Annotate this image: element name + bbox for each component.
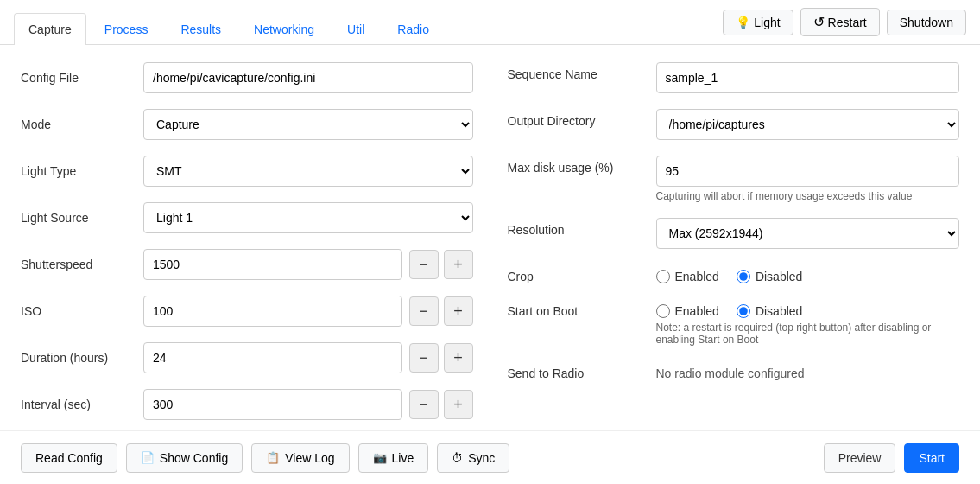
iso-stepper: − + <box>143 296 473 327</box>
output-directory-select[interactable]: /home/pi/captures /home/pi/images <box>656 109 960 140</box>
duration-input[interactable] <box>143 342 402 373</box>
shutterspeed-buttons: − + <box>409 250 473 279</box>
crop-radio-group: Enabled Disabled <box>656 264 960 283</box>
live-label: Live <box>392 451 414 465</box>
shutterspeed-input[interactable] <box>143 249 402 280</box>
config-file-row: Config File <box>21 62 473 93</box>
light-icon: 💡 <box>736 16 750 29</box>
preview-button[interactable]: Preview <box>824 443 896 473</box>
header: Capture Process Results Networking Util … <box>0 0 980 45</box>
light-label: Light <box>754 16 780 29</box>
sync-button[interactable]: ⏱ Sync <box>437 443 509 473</box>
sync-label: Sync <box>468 451 495 465</box>
start-on-boot-enabled-option[interactable]: Enabled <box>656 304 719 318</box>
sequence-name-content <box>656 62 960 93</box>
duration-stepper: − + <box>143 342 473 373</box>
crop-content: Enabled Disabled <box>656 264 960 283</box>
restart-button[interactable]: ↺ Restart <box>800 8 880 36</box>
start-on-boot-enabled-radio[interactable] <box>656 304 670 318</box>
duration-decrement[interactable]: − <box>409 343 439 373</box>
live-button[interactable]: 📷 Live <box>358 443 429 473</box>
start-on-boot-disabled-label: Disabled <box>756 304 802 318</box>
log-icon: 📋 <box>266 451 280 464</box>
mode-select[interactable]: Capture Timelapse Manual <box>143 109 473 140</box>
light-type-row: Light Type SMT LED None <box>21 156 473 187</box>
mode-label: Mode <box>21 118 133 131</box>
max-disk-label: Max disk usage (%) <box>508 156 646 175</box>
camera-icon: 📷 <box>373 451 387 464</box>
sync-icon: ⏱ <box>452 451 463 464</box>
tab-radio[interactable]: Radio <box>383 13 444 45</box>
interval-increment[interactable]: + <box>444 390 473 419</box>
iso-row: ISO − + <box>21 296 473 327</box>
crop-label: Crop <box>508 264 646 283</box>
right-panel: Sequence Name Output Directory /home/pi/… <box>508 62 960 413</box>
start-on-boot-disabled-option[interactable]: Disabled <box>737 304 802 318</box>
file-icon: 📄 <box>141 451 155 464</box>
footer-left-actions: Read Config 📄 Show Config 📋 View Log 📷 L… <box>21 443 509 473</box>
start-on-boot-enabled-label: Enabled <box>675 304 719 318</box>
light-source-select[interactable]: Light 1 Light 2 None <box>143 202 473 233</box>
shutdown-button[interactable]: Shutdown <box>887 10 966 35</box>
duration-increment[interactable]: + <box>444 343 473 373</box>
sequence-name-label: Sequence Name <box>508 62 646 81</box>
start-on-boot-radio-group: Enabled Disabled <box>656 299 960 318</box>
start-button[interactable]: Start <box>904 443 959 473</box>
tab-bar: Capture Process Results Networking Util … <box>14 0 444 44</box>
interval-decrement[interactable]: − <box>409 390 439 419</box>
interval-stepper: − + <box>143 389 473 420</box>
interval-buttons: − + <box>409 390 473 419</box>
crop-row: Crop Enabled Disabled <box>508 264 960 283</box>
shutterspeed-increment[interactable]: + <box>444 250 473 279</box>
sequence-name-row: Sequence Name <box>508 62 960 93</box>
light-type-label: Light Type <box>21 164 133 178</box>
send-to-radio-label: Send to Radio <box>508 361 646 380</box>
start-on-boot-note: Note: a restart is required (top right b… <box>656 322 960 346</box>
tab-results[interactable]: Results <box>166 13 236 45</box>
view-log-button[interactable]: 📋 View Log <box>251 443 349 473</box>
interval-input[interactable] <box>143 389 402 420</box>
light-type-select[interactable]: SMT LED None <box>143 156 473 187</box>
tab-util[interactable]: Util <box>332 13 379 45</box>
show-config-button[interactable]: 📄 Show Config <box>126 443 243 473</box>
interval-row: Interval (sec) − + <box>21 389 473 420</box>
shutterspeed-stepper: − + <box>143 249 473 280</box>
light-source-row: Light Source Light 1 Light 2 None <box>21 202 473 233</box>
max-disk-input[interactable] <box>656 156 960 187</box>
header-actions: 💡 Light ↺ Restart Shutdown <box>723 8 966 36</box>
config-file-label: Config File <box>21 71 133 85</box>
iso-increment[interactable]: + <box>444 296 473 326</box>
read-config-button[interactable]: Read Config <box>21 443 117 473</box>
shutterspeed-decrement[interactable]: − <box>409 250 439 279</box>
crop-enabled-option[interactable]: Enabled <box>656 270 719 283</box>
iso-decrement[interactable]: − <box>409 296 439 326</box>
show-config-label: Show Config <box>160 451 228 465</box>
light-button[interactable]: 💡 Light <box>723 10 793 35</box>
tab-capture[interactable]: Capture <box>14 13 86 45</box>
shutdown-label: Shutdown <box>900 16 953 29</box>
iso-input[interactable] <box>143 296 402 327</box>
main-content: Config File Mode Capture Timelapse Manua… <box>0 45 980 430</box>
start-on-boot-disabled-radio[interactable] <box>737 304 750 318</box>
crop-disabled-option[interactable]: Disabled <box>737 270 802 283</box>
tab-networking[interactable]: Networking <box>239 13 329 45</box>
max-disk-hint: Capturing will abort if memory usage exc… <box>656 190 960 202</box>
resolution-label: Resolution <box>508 218 646 237</box>
crop-enabled-label: Enabled <box>675 270 719 283</box>
mode-row: Mode Capture Timelapse Manual <box>21 109 473 140</box>
duration-row: Duration (hours) − + <box>21 342 473 373</box>
crop-enabled-radio[interactable] <box>656 270 670 283</box>
restart-icon: ↺ <box>813 14 825 30</box>
iso-label: ISO <box>21 304 133 318</box>
tab-process[interactable]: Process <box>90 13 163 45</box>
config-file-input[interactable] <box>143 62 473 93</box>
start-on-boot-row: Start on Boot Enabled Disabled Note: a r… <box>508 299 960 346</box>
max-disk-content: Capturing will abort if memory usage exc… <box>656 156 960 202</box>
resolution-select[interactable]: Max (2592x1944) 1920x1080 1280x720 <box>656 218 960 249</box>
resolution-row: Resolution Max (2592x1944) 1920x1080 128… <box>508 218 960 249</box>
output-directory-content: /home/pi/captures /home/pi/images <box>656 109 960 140</box>
crop-disabled-label: Disabled <box>756 270 802 283</box>
sequence-name-input[interactable] <box>656 62 960 93</box>
light-source-label: Light Source <box>21 211 133 225</box>
crop-disabled-radio[interactable] <box>737 270 750 283</box>
